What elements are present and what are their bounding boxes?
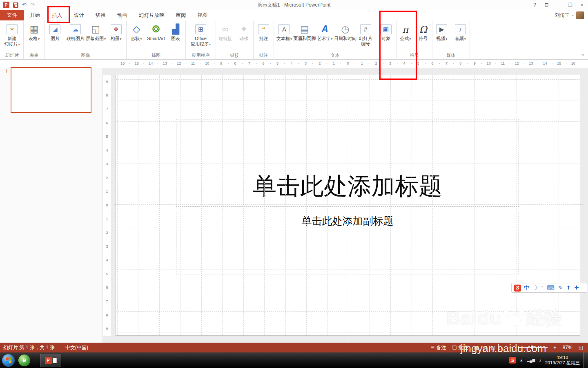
button-label: 新建 [8, 36, 17, 41]
ime-skin-icon[interactable]: ⬆ [566, 283, 571, 292]
sogou-logo-icon[interactable]: S [514, 285, 521, 292]
dropdown-arrow-icon: ▾ [120, 37, 122, 41]
tab-slideshow[interactable]: 幻灯片放映 [133, 10, 170, 20]
slide-thumbnail[interactable] [11, 67, 91, 113]
header-footer-button[interactable]: ▤页眉和页脚 [294, 21, 315, 52]
show-desktop-button[interactable] [584, 352, 588, 368]
button-label: 批注 [259, 36, 268, 41]
clock[interactable]: 19:10 2019/2/27 星期三 [545, 355, 580, 366]
symbol-button[interactable]: Ω符号 [414, 21, 432, 52]
picture-button[interactable]: ◢图片 [45, 21, 65, 52]
audio-button[interactable]: ♪音频▾ [451, 21, 470, 52]
ruler-number: 6 [103, 116, 111, 130]
video-button[interactable]: ▶视频▾ [432, 21, 451, 52]
annotation-box-object-button [379, 11, 417, 80]
fit-to-window-icon[interactable]: ◱ [579, 345, 583, 350]
tab-file[interactable]: 文件 [0, 10, 24, 20]
baidu-watermark: Baidu 经验 [446, 305, 562, 330]
button-label: Office [195, 36, 207, 41]
grid-line [116, 143, 580, 143]
ime-punctuation-icon[interactable]: ” [541, 283, 543, 292]
redo-icon[interactable]: ↷ [30, 2, 35, 8]
grid-line [285, 75, 286, 335]
ime-fullhalf-icon[interactable]: ☽ [533, 283, 538, 292]
grid-line [496, 75, 496, 335]
zoom-in-button[interactable]: + [554, 345, 557, 350]
notes-button[interactable]: ≣ 备注 [431, 344, 446, 351]
ime-keyboard-icon[interactable]: ⌨ [547, 283, 555, 292]
table-button[interactable]: ▦表格▾ [24, 21, 45, 52]
online-pictures-button[interactable]: ☁联机图片 [65, 21, 86, 52]
start-button[interactable] [2, 354, 15, 367]
slide-number-button[interactable]: #幻灯片编号 [355, 21, 376, 52]
volume-icon[interactable]: ♪ [539, 357, 542, 364]
collapse-ribbon-icon[interactable]: ^ [582, 53, 584, 58]
action-button[interactable]: ✦动作 [235, 21, 254, 52]
tab-animations[interactable]: 动画 [111, 10, 133, 20]
horizontal-ruler: 1615141312111098765432101234567891011121… [0, 60, 588, 68]
title-placeholder[interactable]: 单击此处添加标题 [176, 119, 519, 207]
ribbon-options-icon[interactable]: ⊡ [541, 0, 552, 10]
avatar[interactable] [576, 11, 584, 19]
photo-album-button[interactable]: ❖相册▾ [106, 21, 126, 52]
help-icon[interactable]: ? [529, 0, 541, 10]
close-button[interactable]: × [576, 0, 588, 10]
button-label: 动作 [239, 36, 248, 41]
grid-line [116, 227, 580, 227]
app-icon: P [3, 2, 9, 8]
office-apps-button[interactable]: ⊞Office应用程序▾ [186, 21, 216, 52]
comment-button[interactable]: ❝批注 [254, 21, 274, 52]
restore-button[interactable]: ❐ [564, 0, 576, 10]
watermark-url: jingyan.baidu.com [461, 342, 546, 355]
date-time-button[interactable]: ◷日期和时间 [335, 21, 356, 52]
ime-toolbox-icon[interactable]: ✚ [575, 283, 579, 292]
text-box-button[interactable]: A文本框▾ [274, 21, 294, 52]
screenshot-button[interactable]: ◱屏幕截图▾ [86, 21, 106, 52]
slide-canvas[interactable]: 单击此处添加标题 单击此处添加副标题 [116, 75, 580, 336]
subtitle-placeholder[interactable]: 单击此处添加副标题 [176, 212, 519, 274]
button-label: 编号 [361, 41, 370, 47]
title-bar: 演示文稿1 - Microsoft PowerPoint P ↶ ↷ ? ⊡ ─… [0, 0, 588, 10]
ime-mode-chinese[interactable]: 中 [524, 283, 529, 292]
tab-transitions[interactable]: 切换 [90, 10, 111, 20]
ribbon-group-4: ⊞Office应用程序▾应用程序 [186, 21, 216, 59]
shapes-button[interactable]: ◇形状▾ [127, 21, 146, 52]
new-slide-button[interactable]: ✶新建幻灯片▾ [1, 21, 23, 52]
ruler-number: 1 [103, 185, 111, 199]
hyperlink-button[interactable]: ∞超链接 [216, 21, 235, 52]
ime-handwriting-icon[interactable]: ✎ [558, 283, 563, 292]
smartart-button[interactable]: ❂SmartArt [146, 21, 166, 52]
user-name[interactable]: 刘传玉 [555, 12, 570, 19]
hidden-icons-arrow[interactable]: ▲ [519, 358, 523, 362]
chart-button[interactable]: ▟图表 [166, 21, 185, 52]
notes-icon: ≣ [431, 345, 435, 350]
hyperlink-icon: ∞ [222, 22, 229, 36]
wordart-button[interactable]: A艺术字▾ [315, 21, 335, 52]
ruler-number: 14 [538, 60, 552, 68]
grid-line [116, 164, 580, 164]
tab-home[interactable]: 开始 [24, 10, 46, 20]
sogou-tray-icon[interactable]: S [509, 357, 516, 364]
ribbon-group-3: ◇形状▾❂SmartArt▟图表插图 [127, 21, 186, 59]
browser-icon[interactable]: e [18, 355, 30, 366]
tab-view[interactable]: 视图 [192, 10, 214, 20]
powerpoint-task-button[interactable]: P [40, 354, 61, 367]
button-label: 艺术字▾ [317, 36, 333, 42]
annotation-box-insert-tab [47, 6, 70, 23]
user-area[interactable]: 刘传玉 ▾ [555, 10, 588, 20]
ruler-number: 8 [228, 60, 242, 68]
ruler-number: 3 [298, 60, 312, 68]
zoom-level[interactable]: 87% [563, 345, 572, 350]
ruler-number: 13 [524, 60, 538, 68]
save-icon[interactable] [13, 2, 18, 8]
tab-review[interactable]: 审阅 [170, 10, 192, 20]
button-label: 图片 [51, 36, 60, 41]
network-icon[interactable]: ▂▄▆ [527, 358, 535, 362]
language-button[interactable]: 中文(中国) [65, 344, 88, 351]
thumbnail-number: 1 [5, 69, 8, 74]
tab-design[interactable]: 设计 [68, 10, 90, 20]
ruler-number: 7 [103, 102, 111, 116]
undo-icon[interactable]: ↶ [22, 2, 27, 8]
symbol-icon: Ω [419, 22, 427, 36]
minimize-button[interactable]: ─ [552, 0, 564, 10]
